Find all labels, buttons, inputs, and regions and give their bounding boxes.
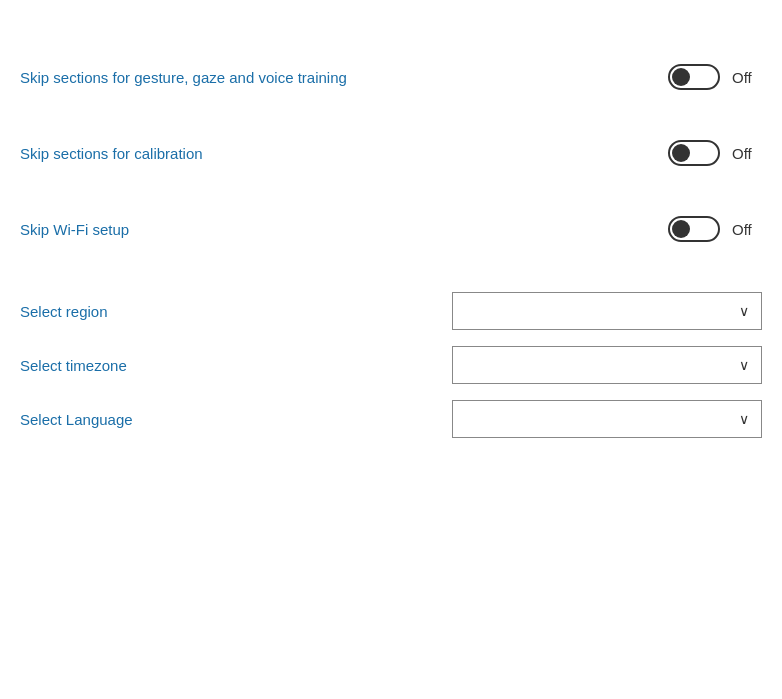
setting-label-gesture-gaze-voice: Skip sections for gesture, gaze and voic… bbox=[20, 69, 347, 86]
dropdown-region[interactable]: ∨ bbox=[452, 292, 762, 330]
dropdown-label-language: Select Language bbox=[20, 411, 133, 428]
chevron-down-icon-timezone: ∨ bbox=[739, 357, 749, 373]
toggle-knob-gesture-gaze-voice bbox=[672, 68, 690, 86]
dropdown-row-region: Select region∨ bbox=[20, 292, 762, 330]
chevron-down-icon-language: ∨ bbox=[739, 411, 749, 427]
toggle-container-wifi-setup: Off bbox=[668, 216, 762, 242]
toggle-calibration[interactable] bbox=[668, 140, 720, 166]
toggle-wifi-setup[interactable] bbox=[668, 216, 720, 242]
toggle-status-wifi-setup: Off bbox=[732, 221, 762, 238]
chevron-down-icon-region: ∨ bbox=[739, 303, 749, 319]
setting-row-calibration: Skip sections for calibrationOff bbox=[20, 140, 762, 166]
dropdown-row-timezone: Select timezone∨ bbox=[20, 346, 762, 384]
setting-row-gesture-gaze-voice: Skip sections for gesture, gaze and voic… bbox=[20, 64, 762, 90]
dropdown-label-timezone: Select timezone bbox=[20, 357, 127, 374]
toggle-container-calibration: Off bbox=[668, 140, 762, 166]
toggle-status-gesture-gaze-voice: Off bbox=[732, 69, 762, 86]
dropdown-row-language: Select Language∨ bbox=[20, 400, 762, 438]
toggle-status-calibration: Off bbox=[732, 145, 762, 162]
setting-row-wifi-setup: Skip Wi-Fi setupOff bbox=[20, 216, 762, 242]
dropdown-label-region: Select region bbox=[20, 303, 108, 320]
dropdown-timezone[interactable]: ∨ bbox=[452, 346, 762, 384]
toggle-knob-calibration bbox=[672, 144, 690, 162]
toggle-knob-wifi-setup bbox=[672, 220, 690, 238]
setting-label-calibration: Skip sections for calibration bbox=[20, 145, 203, 162]
setting-label-wifi-setup: Skip Wi-Fi setup bbox=[20, 221, 129, 238]
dropdown-language[interactable]: ∨ bbox=[452, 400, 762, 438]
toggle-gesture-gaze-voice[interactable] bbox=[668, 64, 720, 90]
toggle-container-gesture-gaze-voice: Off bbox=[668, 64, 762, 90]
